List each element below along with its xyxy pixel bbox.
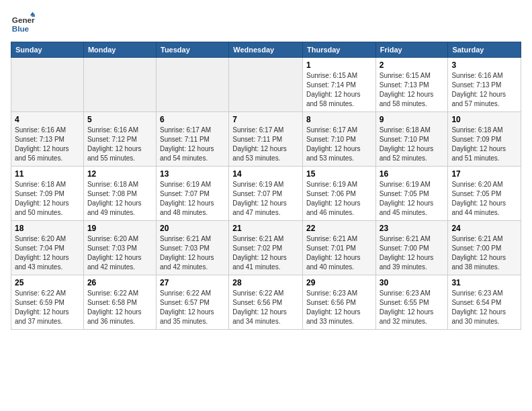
svg-text:Blue: Blue [12,24,30,33]
calendar-cell: 10Sunrise: 6:18 AM Sunset: 7:09 PM Dayli… [448,112,521,167]
calendar-cell: 31Sunrise: 6:23 AM Sunset: 6:54 PM Dayli… [448,275,521,330]
day-info: Sunrise: 6:21 AM Sunset: 7:02 PM Dayligh… [232,234,299,272]
calendar-cell: 17Sunrise: 6:20 AM Sunset: 7:05 PM Dayli… [448,167,521,221]
day-number: 7 [232,115,299,124]
day-info: Sunrise: 6:20 AM Sunset: 7:04 PM Dayligh… [15,234,80,272]
day-number: 18 [15,224,80,233]
day-info: Sunrise: 6:17 AM Sunset: 7:11 PM Dayligh… [232,126,299,163]
day-info: Sunrise: 6:21 AM Sunset: 7:00 PM Dayligh… [380,234,445,272]
calendar-cell: 5Sunrise: 6:16 AM Sunset: 7:12 PM Daylig… [83,112,156,167]
calendar-cell: 29Sunrise: 6:23 AM Sunset: 6:56 PM Dayli… [302,275,375,330]
day-info: Sunrise: 6:18 AM Sunset: 7:10 PM Dayligh… [380,126,445,163]
calendar-cell: 7Sunrise: 6:17 AM Sunset: 7:11 PM Daylig… [229,112,303,167]
day-info: Sunrise: 6:23 AM Sunset: 6:54 PM Dayligh… [451,289,517,326]
calendar-cell [83,58,156,112]
calendar-cell: 24Sunrise: 6:21 AM Sunset: 7:00 PM Dayli… [448,221,521,275]
header-sunday: Sunday [11,42,84,58]
calendar-cell: 18Sunrise: 6:20 AM Sunset: 7:04 PM Dayli… [11,221,84,275]
day-info: Sunrise: 6:15 AM Sunset: 7:14 PM Dayligh… [306,71,372,109]
day-info: Sunrise: 6:22 AM Sunset: 6:56 PM Dayligh… [232,289,299,326]
day-number: 19 [87,224,152,233]
day-info: Sunrise: 6:21 AM Sunset: 7:00 PM Dayligh… [451,234,517,272]
calendar-cell: 19Sunrise: 6:20 AM Sunset: 7:03 PM Dayli… [83,221,156,275]
day-number: 21 [232,224,299,233]
day-number: 14 [232,169,299,179]
day-info: Sunrise: 6:18 AM Sunset: 7:09 PM Dayligh… [15,180,80,218]
day-number: 23 [380,224,445,233]
week-row-4: 18Sunrise: 6:20 AM Sunset: 7:04 PM Dayli… [11,221,521,275]
calendar-cell: 6Sunrise: 6:17 AM Sunset: 7:11 PM Daylig… [157,112,229,167]
day-number: 9 [380,115,445,124]
calendar-cell [229,58,303,112]
day-info: Sunrise: 6:22 AM Sunset: 6:57 PM Dayligh… [160,289,225,326]
header: General Blue [11,11,521,35]
day-info: Sunrise: 6:17 AM Sunset: 7:11 PM Dayligh… [160,126,225,163]
calendar-cell: 8Sunrise: 6:17 AM Sunset: 7:10 PM Daylig… [302,112,375,167]
day-info: Sunrise: 6:23 AM Sunset: 6:55 PM Dayligh… [380,289,445,326]
day-number: 8 [306,115,372,124]
calendar-cell: 22Sunrise: 6:21 AM Sunset: 7:01 PM Dayli… [302,221,375,275]
day-info: Sunrise: 6:23 AM Sunset: 6:56 PM Dayligh… [306,289,372,326]
day-info: Sunrise: 6:21 AM Sunset: 7:03 PM Dayligh… [160,234,225,272]
day-number: 24 [451,224,517,233]
calendar-cell: 15Sunrise: 6:19 AM Sunset: 7:06 PM Dayli… [302,167,375,221]
day-info: Sunrise: 6:22 AM Sunset: 6:59 PM Dayligh… [15,289,80,326]
header-monday: Monday [83,42,156,58]
day-number: 29 [306,278,372,287]
day-number: 31 [451,278,517,287]
week-row-5: 25Sunrise: 6:22 AM Sunset: 6:59 PM Dayli… [11,275,521,330]
logo: General Blue [11,11,38,35]
day-number: 5 [87,115,152,124]
calendar-cell: 2Sunrise: 6:15 AM Sunset: 7:13 PM Daylig… [375,58,448,112]
day-info: Sunrise: 6:20 AM Sunset: 7:03 PM Dayligh… [87,234,152,272]
day-number: 26 [87,278,152,287]
calendar-cell: 27Sunrise: 6:22 AM Sunset: 6:57 PM Dayli… [157,275,229,330]
calendar-cell: 20Sunrise: 6:21 AM Sunset: 7:03 PM Dayli… [157,221,229,275]
day-number: 10 [451,115,517,124]
day-info: Sunrise: 6:20 AM Sunset: 7:05 PM Dayligh… [451,180,517,218]
week-row-3: 11Sunrise: 6:18 AM Sunset: 7:09 PM Dayli… [11,167,521,221]
calendar-cell: 11Sunrise: 6:18 AM Sunset: 7:09 PM Dayli… [11,167,84,221]
day-number: 11 [15,169,80,179]
day-number: 15 [306,169,372,179]
day-info: Sunrise: 6:19 AM Sunset: 7:06 PM Dayligh… [306,180,372,218]
day-info: Sunrise: 6:16 AM Sunset: 7:13 PM Dayligh… [451,71,517,109]
header-thursday: Thursday [302,42,375,58]
calendar-cell: 1Sunrise: 6:15 AM Sunset: 7:14 PM Daylig… [302,58,375,112]
day-info: Sunrise: 6:21 AM Sunset: 7:01 PM Dayligh… [306,234,372,272]
calendar-cell: 21Sunrise: 6:21 AM Sunset: 7:02 PM Dayli… [229,221,303,275]
header-saturday: Saturday [448,42,521,58]
day-number: 17 [451,169,517,179]
day-number: 1 [306,60,372,70]
day-number: 3 [451,60,517,70]
logo-icon: General Blue [11,11,35,35]
calendar-cell: 12Sunrise: 6:18 AM Sunset: 7:08 PM Dayli… [83,167,156,221]
day-info: Sunrise: 6:18 AM Sunset: 7:09 PM Dayligh… [451,126,517,163]
day-number: 6 [160,115,225,124]
calendar-cell [11,58,84,112]
day-info: Sunrise: 6:22 AM Sunset: 6:58 PM Dayligh… [87,289,152,326]
day-number: 4 [15,115,80,124]
day-info: Sunrise: 6:17 AM Sunset: 7:10 PM Dayligh… [306,126,372,163]
calendar-cell: 14Sunrise: 6:19 AM Sunset: 7:07 PM Dayli… [229,167,303,221]
calendar-cell: 3Sunrise: 6:16 AM Sunset: 7:13 PM Daylig… [448,58,521,112]
day-info: Sunrise: 6:19 AM Sunset: 7:05 PM Dayligh… [380,180,445,218]
day-number: 30 [380,278,445,287]
calendar-cell: 25Sunrise: 6:22 AM Sunset: 6:59 PM Dayli… [11,275,84,330]
header-friday: Friday [375,42,448,58]
day-info: Sunrise: 6:15 AM Sunset: 7:13 PM Dayligh… [380,71,445,109]
week-row-1: 1Sunrise: 6:15 AM Sunset: 7:14 PM Daylig… [11,58,521,112]
day-info: Sunrise: 6:19 AM Sunset: 7:07 PM Dayligh… [160,180,225,218]
calendar-table: SundayMondayTuesdayWednesdayThursdayFrid… [11,42,521,330]
header-tuesday: Tuesday [157,42,229,58]
calendar-cell: 28Sunrise: 6:22 AM Sunset: 6:56 PM Dayli… [229,275,303,330]
day-number: 20 [160,224,225,233]
day-number: 27 [160,278,225,287]
day-number: 2 [380,60,445,70]
week-row-2: 4Sunrise: 6:16 AM Sunset: 7:13 PM Daylig… [11,112,521,167]
day-info: Sunrise: 6:16 AM Sunset: 7:13 PM Dayligh… [15,126,80,163]
calendar-cell: 23Sunrise: 6:21 AM Sunset: 7:00 PM Dayli… [375,221,448,275]
day-number: 25 [15,278,80,287]
header-wednesday: Wednesday [229,42,303,58]
day-info: Sunrise: 6:19 AM Sunset: 7:07 PM Dayligh… [232,180,299,218]
